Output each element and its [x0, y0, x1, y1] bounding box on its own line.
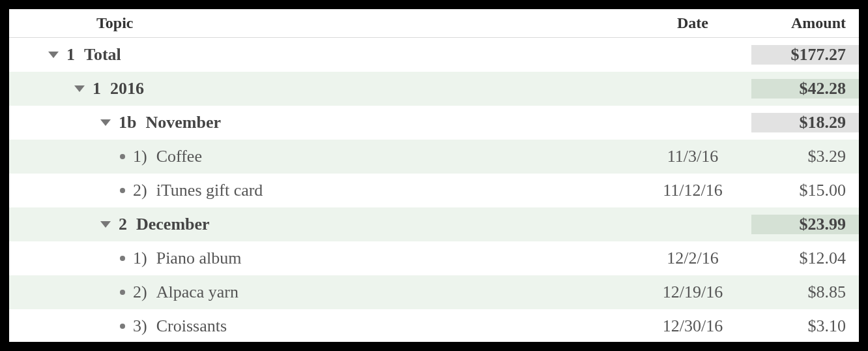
row-piano-album[interactable]: 1) Piano album 12/2/16 $12.04 — [9, 241, 859, 275]
row-label: Piano album — [156, 249, 242, 268]
date-cell: 11/12/16 — [634, 181, 751, 200]
disclosure-triangle-icon[interactable] — [100, 119, 111, 126]
row-december[interactable]: 2 December $23.99 — [9, 207, 859, 241]
row-alpaca-yarn[interactable]: 2) Alpaca yarn 12/19/16 $8.85 — [9, 275, 859, 309]
disclosure-triangle-icon[interactable] — [74, 85, 85, 92]
row-number: 2) — [133, 282, 147, 302]
bullet-icon — [120, 154, 125, 159]
bullet-icon — [120, 324, 125, 329]
disclosure-triangle-icon[interactable] — [100, 221, 111, 228]
outline-table: Topic Date Amount 1 Total $177.27 1 2016… — [9, 9, 859, 342]
row-coffee[interactable]: 1) Coffee 11/3/16 $3.29 — [9, 140, 859, 174]
amount-cell: $177.27 — [751, 45, 859, 65]
row-number: 2 — [119, 215, 127, 234]
bullet-icon — [120, 256, 125, 261]
date-cell: 12/19/16 — [634, 282, 751, 302]
row-number: 1 — [66, 45, 75, 65]
amount-cell: $3.10 — [751, 316, 859, 336]
row-label: December — [136, 215, 210, 234]
row-croissants[interactable]: 3) Croissants 12/30/16 $3.10 — [9, 309, 859, 342]
amount-cell: $23.99 — [751, 215, 859, 234]
amount-cell: $3.29 — [751, 147, 859, 166]
header-row: Topic Date Amount — [9, 9, 859, 38]
row-total[interactable]: 1 Total $177.27 — [9, 38, 859, 72]
amount-cell: $15.00 — [751, 181, 859, 200]
row-number: 3) — [133, 316, 147, 336]
row-label: November — [145, 113, 221, 132]
header-date: Date — [634, 14, 751, 32]
amount-cell: $18.29 — [751, 113, 859, 132]
row-itunes-gift-card[interactable]: 2) iTunes gift card 11/12/16 $15.00 — [9, 174, 859, 207]
disclosure-triangle-icon[interactable] — [48, 52, 59, 58]
amount-cell: $12.04 — [751, 249, 859, 268]
row-label: Alpaca yarn — [156, 282, 239, 302]
row-number: 1 — [93, 79, 101, 99]
row-number: 1b — [119, 113, 136, 132]
row-label: iTunes gift card — [156, 181, 263, 200]
date-cell: 12/30/16 — [634, 316, 751, 336]
bullet-icon — [120, 188, 125, 193]
row-label: 2016 — [110, 79, 144, 99]
date-cell: 12/2/16 — [634, 249, 751, 268]
row-label: Coffee — [156, 147, 202, 166]
row-2016[interactable]: 1 2016 $42.28 — [9, 72, 859, 106]
row-label: Croissants — [156, 316, 227, 336]
date-cell: 11/3/16 — [634, 147, 751, 166]
row-number: 2) — [133, 181, 147, 200]
bullet-icon — [120, 290, 125, 295]
row-number: 1) — [133, 249, 147, 268]
header-amount: Amount — [751, 14, 859, 32]
row-label: Total — [84, 45, 121, 65]
row-november[interactable]: 1b November $18.29 — [9, 106, 859, 140]
row-number: 1) — [133, 147, 147, 166]
amount-cell: $8.85 — [751, 282, 859, 302]
header-topic: Topic — [9, 14, 634, 32]
amount-cell: $42.28 — [751, 79, 859, 99]
